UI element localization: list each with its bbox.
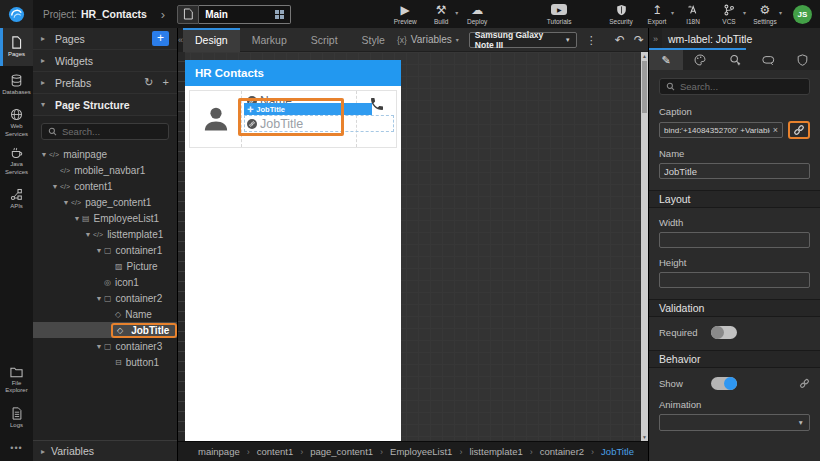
chevron-down-icon[interactable]: ▼ bbox=[72, 215, 82, 222]
more-options-button[interactable]: ⋮ bbox=[586, 35, 597, 45]
clear-binding-icon[interactable]: × bbox=[773, 125, 778, 135]
tree-item-picture[interactable]: ▨Picture bbox=[33, 258, 177, 274]
preview-button[interactable]: ▶ Preview bbox=[387, 3, 423, 25]
bind-link-button[interactable] bbox=[793, 124, 805, 136]
tree-item-icon1[interactable]: ◎icon1 bbox=[33, 274, 177, 290]
chevron-down-icon[interactable]: ▼ bbox=[94, 343, 104, 350]
tab-events[interactable] bbox=[752, 50, 786, 70]
user-avatar[interactable]: JS bbox=[793, 5, 812, 24]
chevron-down-icon[interactable]: ▼ bbox=[50, 183, 60, 190]
width-input[interactable] bbox=[659, 232, 810, 248]
export-button[interactable]: ↥ ▾ Export bbox=[639, 3, 675, 25]
chevron-down-icon[interactable]: ▼ bbox=[61, 199, 71, 206]
tree-item-container1[interactable]: ▼▢container1 bbox=[33, 242, 177, 258]
rail-item-apis[interactable]: APIs bbox=[0, 180, 33, 218]
properties-search-input[interactable]: Search... bbox=[659, 78, 810, 95]
pages-section-header[interactable]: ▸ Pages + bbox=[33, 28, 177, 50]
breadcrumb-item-active[interactable]: JobTitle bbox=[601, 446, 634, 457]
pages-grid-icon[interactable] bbox=[275, 10, 284, 19]
scrollbar-thumb[interactable] bbox=[642, 61, 647, 113]
show-toggle[interactable] bbox=[711, 377, 737, 390]
list-item-template[interactable]: Name ✛ JobTitle JobTitle bbox=[189, 90, 397, 148]
height-input[interactable] bbox=[659, 272, 810, 288]
device-preview[interactable]: HR Contacts bbox=[185, 60, 401, 441]
required-toggle[interactable] bbox=[711, 326, 737, 339]
tab-security[interactable] bbox=[786, 50, 820, 70]
wavemaker-logo[interactable] bbox=[0, 0, 33, 28]
chevron-down-icon[interactable]: ▼ bbox=[39, 151, 49, 158]
tree-item-content1[interactable]: ▼</>content1 bbox=[33, 178, 177, 194]
animation-select[interactable]: ▼ bbox=[659, 414, 810, 431]
design-canvas[interactable]: HR Contacts bbox=[178, 52, 648, 441]
tree-item-container3[interactable]: ▼▢container3 bbox=[33, 338, 177, 354]
scroll-down-icon[interactable]: ▼ bbox=[641, 434, 648, 440]
rail-item-web-services[interactable]: Web Services bbox=[0, 104, 33, 142]
vcs-button[interactable]: ▾ VCS bbox=[711, 3, 747, 25]
canvas-scrollbar[interactable]: ▲ ▼ bbox=[641, 52, 648, 441]
security-button[interactable]: Security bbox=[603, 3, 639, 25]
deploy-button[interactable]: ☁ Deploy bbox=[459, 3, 495, 25]
tree-item-mainpage[interactable]: ▼</>mainpage bbox=[33, 146, 177, 162]
tree-item-container2[interactable]: ▼▢container2 bbox=[33, 290, 177, 306]
undo-button[interactable]: ↶ bbox=[615, 33, 625, 47]
picture-cell[interactable] bbox=[190, 91, 242, 147]
chevron-down-icon[interactable]: ▼ bbox=[83, 231, 93, 238]
build-button[interactable]: ⚒ ▾ Build bbox=[423, 3, 459, 25]
chevron-down-icon[interactable]: ▼ bbox=[94, 295, 104, 302]
i18n-label: I18N bbox=[686, 18, 700, 25]
tutorials-button[interactable]: ▶ Tutorials bbox=[541, 3, 577, 25]
page-selector[interactable]: Main bbox=[177, 5, 291, 24]
rail-item-databases[interactable]: Databases bbox=[0, 66, 33, 104]
collapse-right-panel-button[interactable]: » bbox=[649, 28, 662, 50]
rail-label: File Explorer bbox=[1, 380, 32, 395]
tree-item-page-content1[interactable]: ▼</>page_content1 bbox=[33, 194, 177, 210]
widgets-section-header[interactable]: ▸ Widgets bbox=[33, 50, 177, 72]
add-page-button[interactable]: + bbox=[152, 31, 169, 46]
add-prefab-button[interactable]: + bbox=[163, 76, 169, 89]
name-input[interactable]: JobTitle bbox=[659, 163, 810, 179]
text-cell[interactable]: Name ✛ JobTitle JobTitle bbox=[242, 91, 356, 147]
breadcrumb-item[interactable]: EmployeeList1 bbox=[390, 446, 452, 457]
breadcrumb-item[interactable]: listtemplate1 bbox=[469, 446, 522, 457]
tab-markup[interactable]: Markup bbox=[240, 28, 299, 52]
chevron-down-icon[interactable]: ▼ bbox=[94, 247, 104, 254]
tree-item-listtemplate1[interactable]: ▼</>listtemplate1 bbox=[33, 226, 177, 242]
tree-item-mobile-navbar1[interactable]: </>mobile_navbar1 bbox=[33, 162, 177, 178]
settings-button[interactable]: ⚙ ▾ Settings bbox=[747, 3, 783, 25]
tab-styles[interactable] bbox=[683, 50, 717, 70]
variables-section-header[interactable]: ▸ Variables bbox=[33, 440, 177, 461]
app-header[interactable]: HR Contacts bbox=[185, 60, 401, 86]
selected-widget-title: wm-label: JobTitle bbox=[662, 33, 752, 45]
tree-item-jobtitle-selected[interactable]: ◇ JobTitle bbox=[33, 322, 177, 338]
page-structure-section-header[interactable]: ▾ Page Structure bbox=[33, 94, 177, 116]
breadcrumb-item[interactable]: container2 bbox=[540, 446, 584, 457]
tree-item-name[interactable]: ◇Name bbox=[33, 306, 177, 322]
prefabs-section-header[interactable]: ▸ Prefabs ↻ + bbox=[33, 72, 177, 94]
rail-item-file-explorer[interactable]: File Explorer bbox=[0, 361, 33, 399]
caption-input[interactable]: bind:'+14084352700' +Variables.HrdbE × bbox=[659, 122, 783, 138]
rail-item-java-services[interactable]: Java Services bbox=[0, 142, 33, 180]
tab-design[interactable]: Design bbox=[183, 28, 240, 52]
i18n-button[interactable]: I18N bbox=[675, 3, 711, 25]
breadcrumb-item[interactable]: page_content1 bbox=[310, 446, 373, 457]
refresh-icon[interactable]: ↻ bbox=[144, 76, 153, 89]
rail-more-button[interactable]: ••• bbox=[0, 437, 33, 461]
tab-advanced-search[interactable] bbox=[717, 50, 751, 70]
tab-style[interactable]: Style bbox=[350, 28, 397, 52]
rail-item-logs[interactable]: Logs bbox=[0, 399, 33, 437]
tree-item-employeelist1[interactable]: ▼▤EmployeeList1 bbox=[33, 210, 177, 226]
breadcrumb-item[interactable]: content1 bbox=[257, 446, 293, 457]
page-dropdown[interactable]: Main bbox=[199, 5, 291, 24]
rail-item-pages[interactable]: Pages bbox=[0, 28, 33, 66]
tree-item-button1[interactable]: ⊟button1 bbox=[33, 354, 177, 370]
redo-button[interactable]: ↷ bbox=[634, 33, 644, 47]
scroll-up-icon[interactable]: ▲ bbox=[641, 53, 648, 59]
variables-button[interactable]: {x} Variables ▾ bbox=[397, 34, 459, 45]
device-selector[interactable]: Samsung Galaxy Note III ▼ bbox=[469, 32, 577, 48]
tab-properties[interactable]: ✎ bbox=[649, 50, 683, 70]
breadcrumb-item[interactable]: mainpage bbox=[198, 446, 240, 457]
chevron-right-icon: › bbox=[161, 7, 165, 22]
tab-script[interactable]: Script bbox=[299, 28, 350, 52]
show-bind-link-icon[interactable] bbox=[799, 378, 810, 389]
page-structure-search-input[interactable]: Search... bbox=[41, 123, 169, 140]
